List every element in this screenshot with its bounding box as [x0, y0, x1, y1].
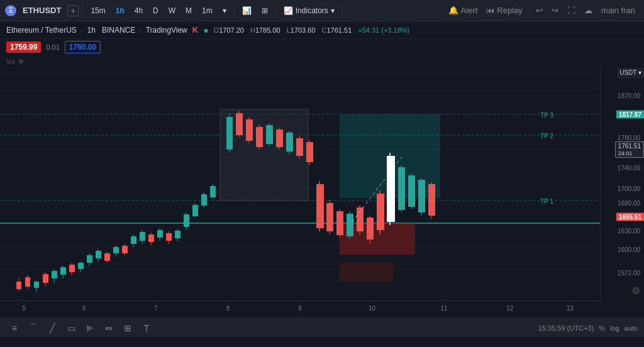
layout-button[interactable]: ⊞ — [258, 4, 272, 18]
cloud-button[interactable]: ☁ — [580, 3, 596, 18]
price-ask: 1760.00 — [65, 41, 101, 53]
indicators-icon: 📈 — [284, 6, 293, 15]
price-1572: 1572.00 — [618, 269, 644, 276]
pair-label: Ethereum / TetherUS · 1h BINANCE · Tradi… — [6, 26, 187, 35]
timeframe-D[interactable]: D — [149, 4, 162, 18]
chart-area[interactable]: TP 3 TP 2 TP 1 — [0, 68, 600, 300]
vol-row: Vol 👁 — [0, 55, 644, 68]
chart-wrapper: TP 3 TP 2 TP 1 1920.00 1870.00 1817.87 1… — [0, 68, 644, 300]
svg-rect-74 — [286, 133, 293, 151]
ohlc-data: O1707.20 H1785.00 L1703.60 C1761.51 +54.… — [214, 26, 410, 34]
line-tool[interactable]: ╱ — [44, 321, 60, 335]
svg-rect-32 — [87, 255, 92, 263]
divider-4 — [342, 5, 343, 16]
price-1761: 1761.5124:01 — [615, 141, 644, 158]
price-1870: 1870.00 — [618, 92, 644, 99]
svg-rect-72 — [276, 129, 283, 147]
top-toolbar: Ξ ETHUSDT + 15m 1h 4h D W M 1m ▾ 📊 ⊞ 📈 I… — [0, 0, 644, 21]
svg-rect-70 — [266, 125, 273, 144]
svg-rect-14 — [340, 263, 393, 282]
alert-button[interactable]: 🔔 Alert — [445, 3, 482, 18]
price-bar: 1759.99 0.01 1760.00 — [0, 39, 644, 55]
svg-rect-86 — [347, 214, 353, 236]
timestamp: 15:35:59 (UTC+3) — [538, 324, 594, 332]
current-price: 1759.99 — [6, 41, 41, 53]
svg-rect-98 — [408, 175, 415, 207]
timeframe-1m[interactable]: 1m — [198, 4, 216, 18]
eth-logo: Ξ — [5, 5, 16, 16]
time-10: 10 — [369, 305, 375, 312]
divider-1 — [82, 5, 83, 16]
time-13: 13 — [567, 305, 574, 312]
chart-type-button[interactable]: 📊 — [238, 4, 255, 18]
price-1780: 1780.00 — [618, 135, 644, 141]
tp2-label: TP 2 — [540, 133, 553, 140]
price-change: +54.31 (+3.18%) — [358, 26, 409, 34]
time-6: 6 — [82, 305, 86, 312]
text-tool[interactable]: T — [138, 321, 155, 335]
measure-tool[interactable]: ⊞ — [119, 321, 136, 335]
channel-tool[interactable]: ⇔ — [101, 321, 117, 335]
svg-rect-82 — [326, 203, 333, 231]
svg-rect-62 — [226, 117, 233, 150]
cursor-tool[interactable]: ≡ — [6, 321, 23, 335]
svg-rect-78 — [306, 142, 313, 162]
timeframe-4h[interactable]: 4h — [131, 4, 147, 18]
arc-tool[interactable]: ⌒ — [25, 321, 42, 335]
currency-dropdown[interactable]: USDT ▾ — [617, 68, 644, 78]
fullscreen-button[interactable]: ⛶ — [564, 3, 579, 18]
time-11: 11 — [440, 305, 447, 312]
parallel-tool[interactable]: ⫸ — [82, 321, 98, 335]
svg-rect-58 — [201, 194, 207, 206]
svg-rect-46 — [148, 234, 154, 242]
price-diff: 0.01 — [46, 43, 59, 51]
vol-eye-icon[interactable]: 👁 — [18, 58, 25, 65]
price-1680: 1680.00 — [618, 199, 644, 206]
timeframe-M[interactable]: M — [182, 4, 196, 18]
timeframe-1h[interactable]: 1h — [112, 4, 128, 18]
indicators-button[interactable]: 📈 Indicators ▾ — [280, 4, 338, 18]
symbol-bar: Ethereum / TetherUS · 1h BINANCE · Tradi… — [0, 21, 644, 39]
svg-rect-66 — [246, 119, 253, 141]
low-label: L1703.60 — [287, 26, 316, 34]
price-axis: 1920.00 1870.00 1817.87 1780.00 1761.512… — [600, 68, 644, 300]
timeframe-W[interactable]: W — [165, 4, 179, 18]
svg-rect-12 — [220, 109, 308, 201]
svg-rect-28 — [69, 265, 75, 272]
svg-rect-44 — [140, 232, 145, 241]
time-8: 8 — [226, 305, 230, 312]
main-fran-button[interactable]: main fran — [597, 3, 639, 18]
svg-rect-100 — [418, 180, 425, 212]
divider-5 — [529, 5, 530, 16]
time-axis: 5 6 7 8 9 10 11 12 13 — [0, 300, 600, 318]
svg-rect-48 — [157, 230, 163, 238]
svg-rect-76 — [296, 138, 303, 156]
high-label: H1785.00 — [250, 26, 280, 34]
bottom-right-info: 15:35:59 (UTC+3) % log auto — [538, 324, 638, 332]
timeframe-dropdown[interactable]: ▾ — [219, 4, 230, 18]
settings-icon[interactable]: ⚙ — [631, 285, 640, 297]
auto-button[interactable]: auto — [625, 324, 638, 332]
svg-rect-102 — [428, 184, 435, 216]
divider-2 — [234, 5, 235, 16]
undo-button[interactable]: ↩ — [532, 3, 547, 18]
svg-rect-84 — [336, 211, 343, 235]
percent-button[interactable]: % — [599, 324, 605, 332]
close-label: C1761.51 — [322, 26, 352, 34]
rect-tool[interactable]: ▭ — [63, 321, 79, 335]
svg-rect-22 — [43, 274, 48, 283]
add-symbol-button[interactable]: + — [67, 5, 79, 16]
replay-button[interactable]: ⏮ Replay — [482, 3, 526, 18]
svg-rect-30 — [78, 263, 84, 269]
redo-button[interactable]: ↪ — [548, 3, 562, 18]
symbol-name[interactable]: ETHUSDT — [19, 3, 65, 18]
time-12: 12 — [506, 305, 513, 312]
timeframe-15m[interactable]: 15m — [87, 4, 109, 18]
svg-rect-54 — [184, 214, 189, 227]
tp3-label: TP 3 — [540, 112, 553, 119]
log-button[interactable]: log — [610, 324, 619, 332]
svg-rect-40 — [122, 246, 128, 253]
indicators-chevron: ▾ — [331, 6, 335, 15]
svg-rect-52 — [175, 231, 180, 238]
svg-rect-90 — [367, 218, 374, 240]
